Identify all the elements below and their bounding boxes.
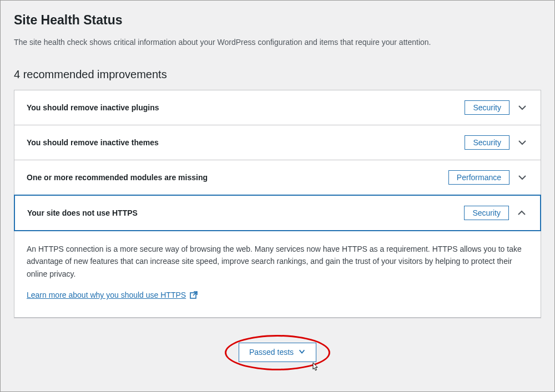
accordion-header-missing-modules[interactable]: One or more recommended modules are miss… (14, 160, 541, 195)
chevron-down-icon (516, 171, 528, 184)
accordion-item: One or more recommended modules are miss… (14, 160, 541, 195)
issue-title: Your site does not use HTTPS (27, 208, 457, 217)
category-badge: Performance (448, 170, 509, 185)
accordion-header-inactive-plugins[interactable]: You should remove inactive plugins Secur… (14, 90, 541, 125)
issue-description: An HTTPS connection is a more secure way… (27, 243, 528, 280)
category-badge: Security (465, 135, 509, 150)
accordion-item: You should remove inactive themes Securi… (14, 125, 541, 160)
issue-title: You should remove inactive plugins (27, 103, 458, 112)
issue-title: One or more recommended modules are miss… (27, 173, 442, 182)
accordion-body-no-https: An HTTPS connection is a more secure way… (14, 231, 541, 318)
improvements-accordion: You should remove inactive plugins Secur… (14, 90, 541, 318)
chevron-up-icon (516, 207, 528, 219)
site-health-page: Site Health Status The site health check… (1, 1, 554, 374)
accordion-item: You should remove inactive plugins Secur… (14, 90, 541, 125)
external-link-icon (189, 291, 198, 299)
passed-tests-section: Passed tests (14, 343, 541, 362)
passed-tests-button[interactable]: Passed tests (239, 343, 316, 362)
passed-tests-label: Passed tests (249, 348, 294, 357)
improvements-heading: 4 recommended improvements (14, 68, 541, 81)
page-description: The site health check shows critical inf… (14, 37, 541, 48)
chevron-down-icon (298, 348, 306, 357)
issue-title: You should remove inactive themes (27, 138, 458, 147)
category-badge: Security (464, 206, 509, 220)
svg-line-1 (193, 292, 197, 296)
chevron-down-icon (516, 101, 528, 114)
category-badge: Security (465, 100, 509, 115)
cursor-pointer-icon (310, 362, 320, 373)
page-title: Site Health Status (14, 13, 541, 28)
learn-more-text: Learn more about why you should use HTTP… (27, 289, 186, 301)
learn-more-link[interactable]: Learn more about why you should use HTTP… (27, 289, 198, 301)
accordion-header-no-https[interactable]: Your site does not use HTTPS Security (14, 195, 541, 231)
chevron-down-icon (516, 136, 528, 149)
accordion-header-inactive-themes[interactable]: You should remove inactive themes Securi… (14, 125, 541, 160)
accordion-item: Your site does not use HTTPS Security An… (14, 195, 541, 318)
